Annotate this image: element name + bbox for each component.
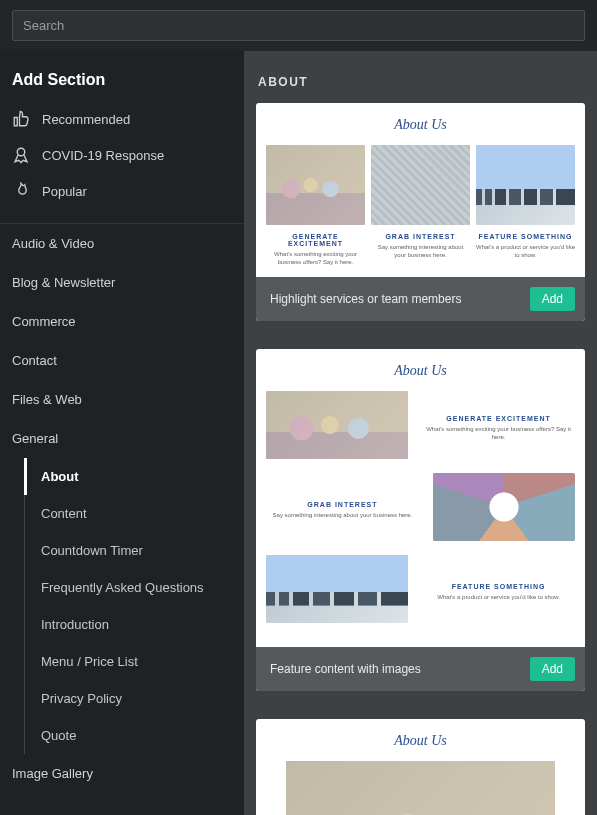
- sub-quote[interactable]: Quote: [25, 717, 244, 754]
- card-footer: Feature content with images Add: [256, 647, 585, 691]
- search-input[interactable]: [12, 10, 585, 41]
- pill-label: Recommended: [42, 112, 130, 127]
- sub-content[interactable]: Content: [25, 495, 244, 532]
- card-caption: Feature content with images: [270, 662, 421, 676]
- sidebar-quick-filters: Recommended COVID-19 Response Popular: [0, 97, 244, 223]
- preview-col-text: Say something interesting about your bus…: [371, 244, 470, 260]
- placeholder-image: [266, 145, 365, 225]
- pill-recommended[interactable]: Recommended: [0, 101, 244, 137]
- category-list: Audio & Video Blog & Newsletter Commerce…: [0, 223, 244, 793]
- sidebar: Add Section Recommended COVID-19 Respons…: [0, 51, 244, 815]
- preview-col-heading: FEATURE SOMETHING: [476, 233, 575, 240]
- preview-row: FEATURE SOMETHING What's a product or se…: [266, 555, 575, 623]
- template-preview[interactable]: About Us GENERATE EXCITEMENT What's some…: [256, 349, 585, 647]
- top-bar: [0, 0, 597, 51]
- preview-row-heading: GENERATE EXCITEMENT: [422, 415, 575, 422]
- pill-popular[interactable]: Popular: [0, 173, 244, 209]
- preview-col: GRAB INTEREST Say something interesting …: [371, 145, 470, 267]
- preview-col: GENERATE EXCITEMENT What's something exc…: [266, 145, 365, 267]
- preview-title: About Us: [266, 363, 575, 379]
- template-card: About Us: [256, 719, 585, 815]
- pill-covid[interactable]: COVID-19 Response: [0, 137, 244, 173]
- ribbon-icon: [12, 146, 30, 164]
- card-caption: Highlight services or team members: [270, 292, 461, 306]
- placeholder-image: [476, 145, 575, 225]
- preview-row: GENERATE EXCITEMENT What's something exc…: [266, 391, 575, 459]
- placeholder-image: [266, 555, 408, 623]
- preview-col-text: What's something exciting your business …: [266, 251, 365, 267]
- svg-point-0: [17, 148, 25, 156]
- cat-commerce[interactable]: Commerce: [0, 302, 244, 341]
- preview-title: About Us: [266, 733, 575, 749]
- main-layout: Add Section Recommended COVID-19 Respons…: [0, 51, 597, 815]
- cat-general[interactable]: General: [0, 419, 244, 458]
- add-button[interactable]: Add: [530, 287, 575, 311]
- preview-row-heading: GRAB INTEREST: [266, 501, 419, 508]
- pill-label: Popular: [42, 184, 87, 199]
- template-card: About Us GENERATE EXCITEMENT What's some…: [256, 349, 585, 691]
- preview-row-text: What's something exciting your business …: [422, 426, 575, 442]
- preview-row: GRAB INTEREST Say something interesting …: [266, 473, 575, 541]
- preview-row-text: What's a product or service you'd like t…: [422, 594, 575, 602]
- flame-icon: [12, 182, 30, 200]
- cat-image-gallery[interactable]: Image Gallery: [0, 754, 244, 793]
- thumbs-up-icon: [12, 110, 30, 128]
- pill-label: COVID-19 Response: [42, 148, 164, 163]
- cat-audio-video[interactable]: Audio & Video: [0, 224, 244, 263]
- card-footer: Highlight services or team members Add: [256, 277, 585, 321]
- template-preview[interactable]: About Us: [256, 719, 585, 815]
- sub-menu-price[interactable]: Menu / Price List: [25, 643, 244, 680]
- sub-privacy[interactable]: Privacy Policy: [25, 680, 244, 717]
- cat-contact[interactable]: Contact: [0, 341, 244, 380]
- placeholder-image: [266, 391, 408, 459]
- placeholder-image: [433, 473, 575, 541]
- placeholder-image: [371, 145, 470, 225]
- placeholder-image: [286, 761, 555, 815]
- preview-col-text: What's a product or service you'd like t…: [476, 244, 575, 260]
- sub-faq[interactable]: Frequently Asked Questions: [25, 569, 244, 606]
- content-heading: ABOUT: [256, 51, 585, 103]
- sidebar-title: Add Section: [0, 51, 244, 97]
- template-preview[interactable]: About Us GENERATE EXCITEMENT What's some…: [256, 103, 585, 277]
- add-button[interactable]: Add: [530, 657, 575, 681]
- preview-col-heading: GRAB INTEREST: [371, 233, 470, 240]
- cat-files-web[interactable]: Files & Web: [0, 380, 244, 419]
- content-pane: ABOUT About Us GENERATE EXCITEMENT What'…: [244, 51, 597, 815]
- sub-introduction[interactable]: Introduction: [25, 606, 244, 643]
- sub-about[interactable]: About: [24, 458, 244, 495]
- preview-title: About Us: [266, 117, 575, 133]
- general-subcategories: About Content Countdown Timer Frequently…: [24, 458, 244, 754]
- preview-col-heading: GENERATE EXCITEMENT: [266, 233, 365, 247]
- preview-col: FEATURE SOMETHING What's a product or se…: [476, 145, 575, 267]
- sub-countdown[interactable]: Countdown Timer: [25, 532, 244, 569]
- cat-blog-newsletter[interactable]: Blog & Newsletter: [0, 263, 244, 302]
- preview-row-text: Say something interesting about your bus…: [266, 512, 419, 520]
- template-card: About Us GENERATE EXCITEMENT What's some…: [256, 103, 585, 321]
- preview-row-heading: FEATURE SOMETHING: [422, 583, 575, 590]
